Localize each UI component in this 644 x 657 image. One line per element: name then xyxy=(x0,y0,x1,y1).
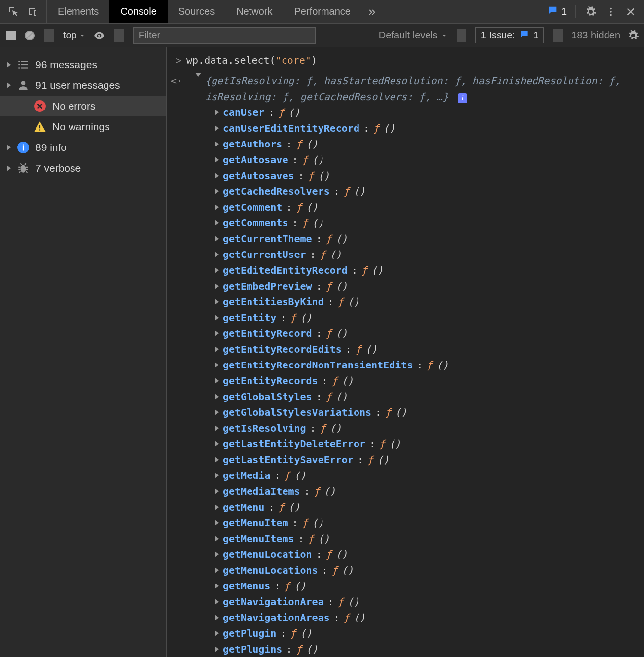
object-property[interactable]: getMenuItem: ƒ () xyxy=(195,515,636,531)
sidebar-item-errors[interactable]: No errors xyxy=(0,96,166,116)
expand-arrow-icon[interactable] xyxy=(215,520,219,526)
expand-arrow-icon[interactable] xyxy=(215,504,219,510)
object-property[interactable]: getMenu: ƒ () xyxy=(195,499,636,515)
object-property[interactable]: getMediaItems: ƒ () xyxy=(195,483,636,499)
tab-console[interactable]: Console xyxy=(109,0,167,23)
object-property[interactable]: getAutosave: ƒ () xyxy=(195,152,636,168)
object-property[interactable]: canUserEditEntityRecord: ƒ () xyxy=(195,120,636,136)
object-property[interactable]: getEntityRecordEdits: ƒ () xyxy=(195,341,636,357)
object-property[interactable]: getMenuLocations: ƒ () xyxy=(195,562,636,578)
expand-toggle-icon[interactable] xyxy=(195,73,201,77)
object-property[interactable]: getPlugin: ƒ () xyxy=(195,625,636,641)
sidebar-item-warnings[interactable]: No warnings xyxy=(0,116,166,137)
sidebar-item-verbose[interactable]: 7 verbose xyxy=(0,158,166,179)
expand-arrow-icon[interactable] xyxy=(215,346,219,352)
issues-button[interactable]: 1 Issue: 1 xyxy=(475,27,544,43)
expand-arrow-icon[interactable] xyxy=(215,315,219,321)
tabs-overflow-button[interactable]: » xyxy=(361,0,382,23)
kebab-menu-icon[interactable] xyxy=(606,6,616,17)
expand-arrow-icon[interactable] xyxy=(7,145,11,150)
expand-arrow-icon[interactable] xyxy=(215,267,219,273)
sidebar-item-info[interactable]: 89 info xyxy=(0,137,166,158)
object-property[interactable]: getAutosaves: ƒ () xyxy=(195,168,636,183)
context-selector[interactable]: top xyxy=(63,30,86,41)
object-property[interactable]: getPlugins: ƒ () xyxy=(195,641,636,657)
expand-arrow-icon[interactable] xyxy=(215,567,219,573)
object-property[interactable]: getMenuItems: ƒ () xyxy=(195,531,636,547)
object-property[interactable]: getLastEntityDeleteError: ƒ () xyxy=(195,436,636,452)
hidden-messages-count[interactable]: 183 hidden xyxy=(572,30,620,41)
object-property[interactable]: getCurrentUser: ƒ () xyxy=(195,247,636,262)
log-levels-selector[interactable]: Default levels xyxy=(379,30,448,41)
tab-network[interactable]: Network xyxy=(225,0,283,23)
expand-arrow-icon[interactable] xyxy=(215,646,219,652)
object-property[interactable]: getNavigationAreas: ƒ () xyxy=(195,610,636,625)
expand-arrow-icon[interactable] xyxy=(215,188,219,194)
expand-arrow-icon[interactable] xyxy=(215,157,219,163)
expand-arrow-icon[interactable] xyxy=(7,62,11,68)
object-property[interactable]: getGlobalStylesVariations: ƒ () xyxy=(195,404,636,420)
expand-arrow-icon[interactable] xyxy=(215,615,219,620)
expand-arrow-icon[interactable] xyxy=(215,599,219,605)
tab-elements[interactable]: Elements xyxy=(47,0,109,23)
expand-arrow-icon[interactable] xyxy=(215,299,219,305)
object-property[interactable]: getComment: ƒ () xyxy=(195,199,636,215)
device-toggle-icon[interactable] xyxy=(27,6,38,18)
object-property[interactable]: getEntityRecord: ƒ () xyxy=(195,326,636,341)
issues-indicator[interactable]: 1 xyxy=(547,5,567,18)
object-property[interactable]: canUser: ƒ () xyxy=(195,105,636,120)
expand-arrow-icon[interactable] xyxy=(215,409,219,415)
expand-arrow-icon[interactable] xyxy=(215,204,219,210)
object-property[interactable]: getEmbedPreview: ƒ () xyxy=(195,278,636,294)
expand-arrow-icon[interactable] xyxy=(215,457,219,463)
expand-arrow-icon[interactable] xyxy=(215,220,219,226)
expand-arrow-icon[interactable] xyxy=(215,630,219,636)
object-property[interactable]: getCachedResolvers: ƒ () xyxy=(195,183,636,199)
expand-arrow-icon[interactable] xyxy=(215,394,219,400)
object-summary[interactable]: {getIsResolving: ƒ, hasStartedResolution… xyxy=(205,73,636,105)
clear-console-icon[interactable] xyxy=(24,30,36,41)
sidebar-item-user[interactable]: 91 user messages xyxy=(0,75,166,96)
object-property[interactable]: getEntitiesByKind: ƒ () xyxy=(195,294,636,310)
object-property[interactable]: getComments: ƒ () xyxy=(195,215,636,231)
tab-performance[interactable]: Performance xyxy=(284,0,362,23)
expand-arrow-icon[interactable] xyxy=(215,441,219,447)
tab-sources[interactable]: Sources xyxy=(168,0,225,23)
expand-arrow-icon[interactable] xyxy=(215,362,219,368)
expand-arrow-icon[interactable] xyxy=(215,125,219,131)
object-property[interactable]: getGlobalStyles: ƒ () xyxy=(195,389,636,404)
console-settings-gear-icon[interactable] xyxy=(627,30,639,41)
filter-input[interactable] xyxy=(133,27,316,44)
expand-arrow-icon[interactable] xyxy=(7,82,11,88)
info-badge-icon[interactable]: i xyxy=(458,93,467,103)
object-property[interactable]: getCurrentTheme: ƒ () xyxy=(195,231,636,247)
expand-arrow-icon[interactable] xyxy=(215,488,219,494)
expand-arrow-icon[interactable] xyxy=(215,473,219,478)
expand-arrow-icon[interactable] xyxy=(215,551,219,557)
object-property[interactable]: getMenus: ƒ () xyxy=(195,578,636,594)
expand-arrow-icon[interactable] xyxy=(215,141,219,147)
object-property[interactable]: getNavigationArea: ƒ () xyxy=(195,594,636,610)
object-property[interactable]: getAuthors: ƒ () xyxy=(195,136,636,152)
expand-arrow-icon[interactable] xyxy=(7,165,11,171)
object-property[interactable]: getEditedEntityRecord: ƒ () xyxy=(195,262,636,278)
object-property[interactable]: getEntityRecordNonTransientEdits: ƒ () xyxy=(195,357,636,373)
expand-arrow-icon[interactable] xyxy=(215,283,219,289)
close-icon[interactable] xyxy=(625,6,636,17)
object-property[interactable]: getIsResolving: ƒ () xyxy=(195,420,636,436)
object-property[interactable]: getEntityRecords: ƒ () xyxy=(195,373,636,389)
object-property[interactable]: getEntity: ƒ () xyxy=(195,310,636,326)
expand-arrow-icon[interactable] xyxy=(215,425,219,431)
expand-arrow-icon[interactable] xyxy=(215,330,219,336)
expand-arrow-icon[interactable] xyxy=(215,536,219,542)
expand-arrow-icon[interactable] xyxy=(215,173,219,179)
expand-arrow-icon[interactable] xyxy=(215,378,219,384)
object-property[interactable]: getMenuLocation: ƒ () xyxy=(195,547,636,562)
sidebar-toggle-icon[interactable] xyxy=(5,30,17,41)
object-property[interactable]: getLastEntitySaveError: ƒ () xyxy=(195,452,636,468)
expand-arrow-icon[interactable] xyxy=(215,110,219,115)
object-property[interactable]: getMedia: ƒ () xyxy=(195,468,636,483)
expand-arrow-icon[interactable] xyxy=(215,583,219,589)
gear-icon[interactable] xyxy=(585,6,597,18)
expand-arrow-icon[interactable] xyxy=(215,236,219,242)
